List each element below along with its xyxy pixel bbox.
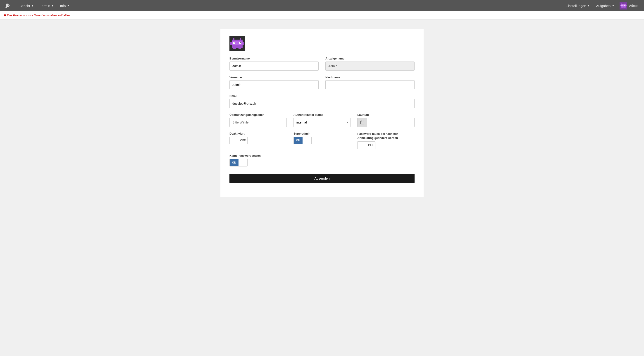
svg-rect-29	[360, 121, 364, 124]
password-change-off-part[interactable]: OFF	[366, 142, 375, 149]
row-uebersetzung-auth-laeuft: Übersetzungsfähigkeiten Authentifikator-…	[230, 113, 414, 127]
admin-menu[interactable]: Admin	[617, 2, 640, 9]
nav-left: Bericht ▼ Termin ▼ Info ▼	[16, 0, 72, 11]
laeuft-ab-label: Läuft ab	[357, 113, 414, 116]
date-wrapper	[357, 118, 414, 127]
aufgaben-dropdown-arrow: ▼	[612, 4, 614, 7]
superadmin-label: Superadmin	[294, 132, 351, 135]
svg-rect-28	[238, 48, 241, 49]
vorname-input[interactable]	[230, 80, 318, 89]
deaktiviert-off-part[interactable]: OFF	[238, 137, 247, 144]
authentifikator-select[interactable]: internal external ldap	[294, 118, 351, 127]
svg-rect-10	[621, 6, 626, 8]
raven-icon	[4, 1, 12, 10]
error-icon: ✖	[4, 13, 6, 17]
benutzername-input[interactable]	[230, 61, 318, 70]
vorname-label: Vorname	[230, 75, 318, 79]
svg-rect-17	[240, 38, 241, 39]
user-avatar-large	[230, 36, 245, 51]
row-benutzername-anzeigename: Benutzername Anzeigename	[230, 57, 414, 70]
authentifikator-label: Authentifikator-Name	[294, 113, 351, 116]
email-label: Email	[230, 94, 414, 98]
error-bar: ✖Das Passwort muss Grossbuchstaben entha…	[0, 11, 644, 19]
deaktiviert-toggle[interactable]: OFF	[230, 137, 248, 144]
deaktiviert-label: Deaktiviert	[230, 132, 287, 135]
bericht-dropdown-arrow: ▼	[32, 4, 34, 7]
group-benutzername: Benutzername	[230, 57, 318, 70]
superadmin-toggle-row: ON	[294, 137, 351, 144]
uebersetzung-input[interactable]	[230, 118, 287, 127]
row-deaktiviert-superadmin-password: Deaktiviert OFF Superadmin ON Password m…	[230, 132, 414, 149]
anzeigename-label: Anzeigename	[326, 57, 414, 60]
svg-rect-3	[625, 3, 626, 4]
calendar-button[interactable]	[358, 118, 367, 127]
svg-marker-0	[5, 3, 10, 8]
calendar-icon	[360, 120, 364, 124]
kann-passwort-off-part[interactable]	[238, 159, 247, 166]
email-input[interactable]	[230, 99, 414, 108]
row-email: Email	[230, 94, 414, 108]
svg-rect-11	[620, 5, 621, 6]
laeuft-ab-input[interactable]	[367, 118, 414, 127]
password-change-toggle[interactable]: OFF	[357, 141, 376, 149]
svg-rect-14	[624, 7, 626, 8]
nav-item-einstellungen[interactable]: Einstellungen ▼	[562, 0, 593, 11]
group-superadmin: Superadmin ON	[294, 132, 351, 149]
user-form: Benutzername Anzeigename Vorname Nachnam…	[220, 29, 424, 197]
nav-item-termin[interactable]: Termin ▼	[37, 0, 57, 11]
navbar: Bericht ▼ Termin ▼ Info ▼ Einstellungen …	[0, 0, 644, 11]
nav-item-bericht[interactable]: Bericht ▼	[16, 0, 37, 11]
password-change-on-part[interactable]	[358, 142, 366, 149]
group-password-change: Password muss bei nächster Anmeldung geä…	[357, 132, 414, 149]
svg-rect-12	[626, 5, 627, 6]
password-change-toggle-row: OFF	[357, 141, 414, 149]
row-kann-passwort: Kann Passwort setzen ON	[230, 154, 414, 166]
avatar	[620, 2, 627, 9]
benutzername-label: Benutzername	[230, 57, 318, 60]
svg-rect-18	[232, 39, 242, 41]
kann-passwort-toggle[interactable]: ON	[230, 159, 248, 166]
uebersetzung-label: Übersetzungsfähigkeiten	[230, 113, 287, 116]
kann-passwort-on-part[interactable]: ON	[230, 159, 238, 166]
group-kann-passwort: Kann Passwort setzen ON	[230, 154, 414, 166]
svg-rect-16	[233, 38, 234, 39]
group-authentifikator: Authentifikator-Name internal external l…	[294, 113, 351, 127]
nachname-label: Nachname	[326, 75, 414, 79]
group-vorname: Vorname	[230, 75, 318, 89]
nav-item-info[interactable]: Info ▼	[57, 0, 73, 11]
superadmin-off-part[interactable]	[302, 137, 311, 144]
admin-label: Admin	[629, 4, 638, 7]
termin-dropdown-arrow: ▼	[52, 4, 54, 7]
svg-point-1	[7, 3, 8, 4]
svg-rect-9	[625, 5, 625, 5]
einstellungen-dropdown-arrow: ▼	[588, 4, 590, 7]
user-avatar-icon	[230, 37, 244, 50]
svg-rect-27	[233, 48, 236, 49]
nav-item-aufgaben[interactable]: Aufgaben ▼	[593, 0, 617, 11]
password-change-label: Password muss bei nächster Anmeldung geä…	[357, 132, 414, 140]
svg-rect-2	[622, 3, 622, 4]
svg-rect-26	[242, 42, 244, 45]
svg-rect-24	[232, 45, 242, 48]
group-deaktiviert: Deaktiviert OFF	[230, 132, 287, 149]
svg-rect-13	[622, 7, 623, 8]
deaktiviert-toggle-row: OFF	[230, 137, 287, 144]
brand-logo[interactable]	[4, 1, 12, 10]
submit-button[interactable]: Absenden	[230, 174, 414, 183]
svg-rect-22	[234, 42, 234, 43]
superadmin-toggle[interactable]: ON	[294, 137, 312, 144]
error-message: ✖Das Passwort muss Grossbuchstaben entha…	[4, 13, 70, 17]
kann-passwort-label: Kann Passwort setzen	[230, 154, 414, 157]
admin-avatar-icon	[620, 2, 626, 9]
deaktiviert-on-part[interactable]	[230, 137, 238, 144]
row-vorname-nachname: Vorname Nachname	[230, 75, 414, 89]
svg-rect-23	[240, 42, 240, 43]
nachname-input[interactable]	[326, 80, 414, 89]
kann-passwort-toggle-row: ON	[230, 159, 414, 166]
page-top-bar	[0, 19, 644, 27]
group-nachname: Nachname	[326, 75, 414, 89]
group-email: Email	[230, 94, 414, 108]
svg-rect-8	[622, 5, 622, 5]
superadmin-on-part[interactable]: ON	[294, 137, 302, 144]
anzeigename-input[interactable]	[326, 61, 414, 70]
